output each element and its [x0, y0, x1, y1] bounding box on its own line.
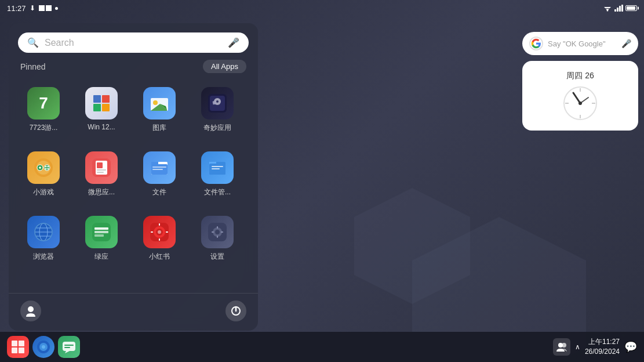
- app-green[interactable]: 绿应: [72, 211, 130, 266]
- app-files[interactable]: 文件: [130, 147, 188, 202]
- app-files-icon: [143, 151, 176, 184]
- status-left: 11:27 ⬇: [7, 4, 58, 13]
- signal-bar3: [619, 6, 621, 12]
- google-search-text[interactable]: Say "OK Google": [548, 39, 617, 48]
- app-7723-number: 7: [39, 94, 48, 113]
- dot-indicator: [55, 7, 58, 10]
- google-widget[interactable]: Say "OK Google" 🎤: [522, 32, 638, 55]
- svg-rect-27: [97, 162, 103, 168]
- search-icon: 🔍: [27, 37, 39, 48]
- app-win12[interactable]: Win 12...: [72, 82, 130, 137]
- svg-point-21: [45, 166, 47, 168]
- battery-fill: [627, 6, 635, 10]
- svg-point-9: [153, 100, 158, 105]
- pinned-header: Pinned All Apps: [9, 57, 258, 78]
- app-micro[interactable]: 微思应...: [72, 147, 130, 202]
- app-games[interactable]: 小游戏: [14, 147, 72, 202]
- chevron-up-icon[interactable]: ∧: [575, 343, 580, 351]
- app-green-label: 绿应: [94, 252, 108, 262]
- app-settings-label: 设置: [210, 252, 224, 262]
- taskbar-app-3[interactable]: [58, 336, 80, 358]
- svg-point-3: [607, 10, 609, 12]
- app-green-icon: [85, 216, 118, 248]
- app-virus-label: 小红书: [149, 252, 170, 262]
- download-icon: ⬇: [30, 4, 35, 12]
- app-win12-icon: [85, 87, 118, 120]
- svg-point-65: [28, 306, 34, 312]
- all-apps-button[interactable]: All Apps: [203, 60, 246, 73]
- app-globe-icon: [27, 216, 60, 248]
- signal-bar4: [621, 5, 623, 12]
- svg-rect-47: [94, 227, 108, 230]
- svg-point-24: [48, 168, 49, 170]
- app-settings[interactable]: 设置: [188, 211, 246, 266]
- search-placeholder[interactable]: Search: [45, 38, 228, 48]
- svg-rect-79: [19, 347, 24, 353]
- taskbar-app-1[interactable]: [7, 336, 29, 358]
- svg-point-20: [44, 165, 50, 171]
- user-button[interactable]: [20, 301, 41, 321]
- power-button[interactable]: [225, 301, 246, 321]
- app-fileman[interactable]: 文件管...: [188, 147, 246, 202]
- fileman-svg: [207, 157, 228, 178]
- svg-marker-84: [65, 351, 70, 353]
- apps-row-1: 7 7723游... Win 12...: [14, 78, 252, 142]
- app-magic[interactable]: 奇妙应用: [188, 82, 246, 137]
- pinned-label: Pinned: [20, 62, 46, 71]
- status-time: 11:27: [7, 4, 26, 13]
- mic-icon[interactable]: 🎤: [228, 37, 239, 48]
- google-logo: [529, 37, 543, 50]
- battery-icon: [625, 5, 637, 11]
- signal-icon: [614, 5, 623, 12]
- svg-rect-38: [212, 166, 223, 167]
- app-virus[interactable]: 小红书: [130, 211, 188, 266]
- clock-widget: 周四 26: [522, 61, 638, 131]
- power-icon: [231, 306, 241, 316]
- rec-sq1: [39, 5, 45, 11]
- app-win12-label: Win 12...: [88, 123, 115, 131]
- app-micro-icon: [85, 151, 118, 184]
- svg-rect-83: [63, 342, 75, 351]
- svg-rect-64: [221, 231, 223, 233]
- app-gallery-icon: [143, 87, 176, 120]
- svg-rect-33: [152, 166, 166, 168]
- app-gallery[interactable]: 图库: [130, 82, 188, 137]
- svg-rect-29: [97, 172, 104, 173]
- status-right: [603, 5, 637, 12]
- app-globe[interactable]: 浏览器: [14, 211, 72, 266]
- clock-date: 周四 26: [566, 71, 594, 81]
- svg-point-16: [216, 100, 219, 103]
- search-bar[interactable]: 🔍 Search 🎤: [18, 32, 249, 53]
- svg-rect-85: [64, 345, 74, 346]
- desktop: 11:27 ⬇: [0, 0, 644, 362]
- svg-rect-4: [93, 95, 101, 103]
- svg-rect-34: [152, 169, 163, 170]
- svg-rect-63: [212, 231, 214, 233]
- chat-tray-icon[interactable]: 💬: [624, 341, 637, 353]
- svg-rect-77: [19, 341, 24, 346]
- virus-svg: [149, 222, 170, 242]
- taskbar-app-2[interactable]: [32, 336, 54, 358]
- app-magic-label: 奇妙应用: [203, 123, 231, 133]
- google-mic-icon[interactable]: 🎤: [621, 39, 631, 48]
- system-time: 上午11:27: [585, 337, 620, 347]
- google-g-svg: [531, 38, 541, 49]
- green-svg: [91, 222, 112, 242]
- app-fileman-icon: [201, 151, 234, 184]
- wifi-icon: [603, 5, 612, 12]
- files-svg: [149, 157, 170, 178]
- signal-bar2: [617, 8, 618, 12]
- people-icon[interactable]: [553, 338, 570, 356]
- apps-row-3: 浏览器 绿应: [14, 207, 252, 271]
- svg-point-60: [215, 230, 220, 234]
- rec-squares: [39, 5, 52, 11]
- app-7723[interactable]: 7 7723游...: [14, 82, 72, 137]
- svg-rect-6: [93, 104, 101, 111]
- taskbar: ∧ 上午11:27 26/09/2024 💬: [0, 332, 644, 362]
- app-magic-icon: [201, 87, 234, 120]
- win12-svg: [91, 93, 112, 114]
- svg-point-82: [42, 345, 45, 349]
- clock-analog: [563, 86, 598, 121]
- app-globe-label: 浏览器: [33, 252, 54, 262]
- app-games-label: 小游戏: [33, 187, 54, 197]
